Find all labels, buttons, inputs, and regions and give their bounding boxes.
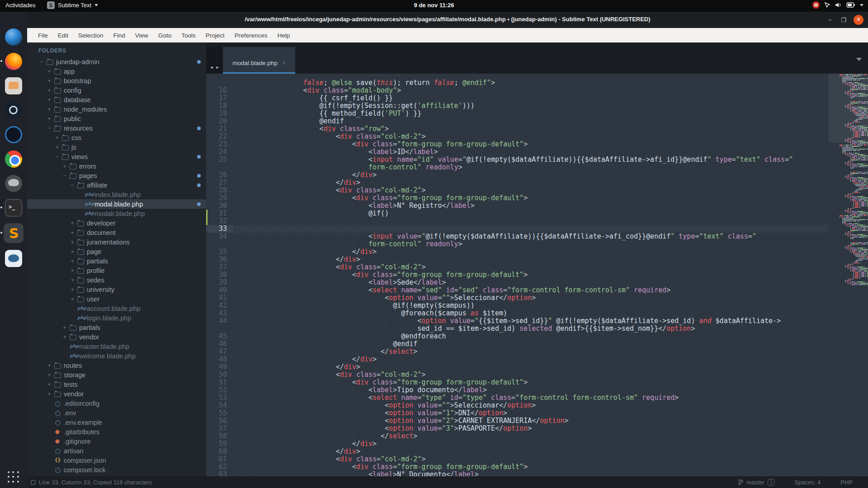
clock[interactable]: 9 de nov 11:26 [0,2,868,9]
sidebar-item-affiliate[interactable]: −affiliate [27,180,206,190]
code-line-25[interactable]: <input name="id" value="@if(!empty($data… [206,156,829,164]
code-line-wrap[interactable]: sed_id == $item->sed_id) selected @endif… [206,325,829,333]
chrome-icon[interactable] [4,149,24,169]
sidebar-item-master-blade-php[interactable]: master.blade.php [27,342,206,351]
code-line-19[interactable]: {{ method_field('PUT') }}19 [206,110,829,117]
menu-view[interactable]: View [131,30,152,41]
code-line-61[interactable]: <div class="col-md-2">61 [206,455,829,463]
sidebar-item--gitignore[interactable]: .gitignore [27,436,206,446]
sidebar-item-page[interactable]: +page [27,247,206,256]
gimp-icon[interactable] [4,174,24,193]
git-status[interactable]: master 1 [738,479,774,486]
tab-close-icon[interactable]: × [282,60,286,66]
menu-selection[interactable]: Selection [74,30,108,41]
menu-goto[interactable]: Goto [154,30,175,41]
pgadmin-icon[interactable] [4,249,24,268]
code-line-55[interactable]: <option value="1">DNI</option>55 [206,409,829,417]
code-line-54[interactable]: <option value="">Seleccionar</option>54 [206,402,829,409]
code-line-16[interactable]: <div class="modal-body">16 [206,87,829,94]
code-line-40[interactable]: <select name="sed" id="sed" class="form-… [206,286,829,294]
sidebar-item-index-blade-php[interactable]: index.blade.php [27,190,206,199]
menu-project[interactable]: Project [202,30,229,41]
code-line-28[interactable]: <div class="col-md-2">28 [206,187,829,194]
syntax-status[interactable]: PHP [840,479,853,486]
vintage-mode-icon[interactable] [31,480,36,485]
code-line-23[interactable]: <div class="form-group form-group-defaul… [206,141,829,148]
sidebar-item--gitattributes[interactable]: .gitattributes [27,427,206,436]
code-line-45[interactable]: @endforeach45 [206,333,829,340]
code-line-wrap[interactable]: false; @else save(this); return false; @… [206,79,829,87]
sidebar-item-junedap-admin[interactable]: −junedap-admin [27,57,206,66]
sidebar-item-university[interactable]: +university [27,285,206,294]
code-line-62[interactable]: <div class="form-group form-group-defaul… [206,463,829,471]
tab-history-arrows[interactable]: ◄► [206,47,223,74]
sidebar-item-app[interactable]: +app [27,66,206,76]
indentation-status[interactable]: Spaces: 4 [794,479,821,486]
sidebar-item-resources[interactable]: −resources [27,123,206,133]
code-line-24[interactable]: <label>ID</label>24 [206,148,829,156]
sidebar-item-account-blade-php[interactable]: account.blade.php [27,304,206,313]
tab-overflow-icon[interactable] [856,58,862,61]
code-editor[interactable]: false; @else save(this); return false; @… [206,74,868,488]
sidebar-item-pages[interactable]: −pages [27,171,206,180]
code-line-37[interactable]: <div class="col-md-2">37 [206,263,829,271]
minimap[interactable] [829,74,868,309]
code-line-wrap[interactable]: form-control" readonly> [206,240,829,248]
maximize-button[interactable]: ❐ [840,17,847,23]
bluering-icon[interactable] [4,125,24,145]
sidebar-item-partials[interactable]: +partials [27,323,206,332]
sidebar-item-js[interactable]: +js [27,142,206,152]
code-line-22[interactable]: <div class="col-md-2">22 [206,133,829,141]
sidebar-item-login-blade-php[interactable]: login.blade.php [27,313,206,323]
menu-find[interactable]: Find [109,30,129,41]
sidebar-item-node-modules[interactable]: +node_modules [27,104,206,114]
sidebar-item-welcome-blade-php[interactable]: welcome.blade.php [27,351,206,361]
sidebar-item-database[interactable]: +database [27,95,206,104]
code-line-43[interactable]: @foreach($campus as $item)43 [206,310,829,317]
system-tray[interactable]: M [812,1,863,9]
firefox-icon[interactable] [4,52,24,71]
code-line-52[interactable]: <label>Tipo documento</label>52 [206,386,829,394]
code-line-26[interactable]: </div>26 [206,171,829,179]
code-line-39[interactable]: <label>Sede</label>39 [206,279,829,286]
steam-icon[interactable] [4,100,24,120]
sidebar-item-config[interactable]: +config [27,85,206,95]
menu-edit[interactable]: Edit [54,30,72,41]
code-line-34[interactable]: <input value="@if(!empty($dataAffiliate)… [206,233,829,240]
sidebar-item-juramentations[interactable]: +juramentations [27,237,206,247]
code-line-20[interactable]: @endif20 [206,117,829,125]
code-line-32[interactable]: 32 [206,217,829,225]
code-line-56[interactable]: <option value="2">CARNET EXTRANJERIA</op… [206,417,829,425]
sidebar-item-partials[interactable]: +partials [27,256,206,266]
sidebar-item-composer-lock[interactable]: composer.lock [27,465,206,474]
files-icon[interactable] [4,76,24,96]
code-line-58[interactable]: </select>58 [206,432,829,440]
sidebar-item-artisan[interactable]: artisan [27,446,206,455]
code-line-35[interactable]: </div>35 [206,248,829,256]
code-line-29[interactable]: <div class="form-group form-group-defaul… [206,194,829,202]
sidebar-item-tests[interactable]: +tests [27,380,206,389]
sidebar-item-css[interactable]: +css [27,133,206,142]
mail-notification-icon[interactable]: M [812,1,820,9]
code-line-33[interactable]: 33 [206,225,829,233]
menu-preferences[interactable]: Preferences [231,30,272,41]
code-line-47[interactable]: </select>47 [206,348,829,356]
code-line-30[interactable]: <label>N° Registro</label>30 [206,202,829,210]
code-line-wrap[interactable]: form-control" readonly> [206,164,829,171]
sidebar-item-document[interactable]: +document [27,228,206,237]
menu-file[interactable]: File [34,30,52,41]
sidebar-item--editorconfig[interactable]: .editorconfig [27,399,206,408]
sidebar-item-modal-blade-php[interactable]: modal.blade.php [27,199,206,209]
sidebar-item-views[interactable]: −views [27,152,206,161]
sidebar-item-composer-json[interactable]: composer.json [27,455,206,465]
close-button[interactable]: ✕ [854,15,863,25]
code-line-57[interactable]: <option value="3">PASAPORTE</option>57 [206,425,829,432]
code-line-31[interactable]: @if()31 [206,210,829,217]
code-line-17[interactable]: {{ csrf_field() }}17 [206,94,829,102]
sidebar-item-profile[interactable]: +profile [27,266,206,275]
show-apps-button[interactable] [6,470,21,484]
code-line-50[interactable]: <div class="col-md-2">50 [206,371,829,379]
sidebar-item--env[interactable]: .env [27,408,206,418]
code-line-27[interactable]: </div>27 [206,179,829,187]
code-line-49[interactable]: </div>49 [206,363,829,371]
